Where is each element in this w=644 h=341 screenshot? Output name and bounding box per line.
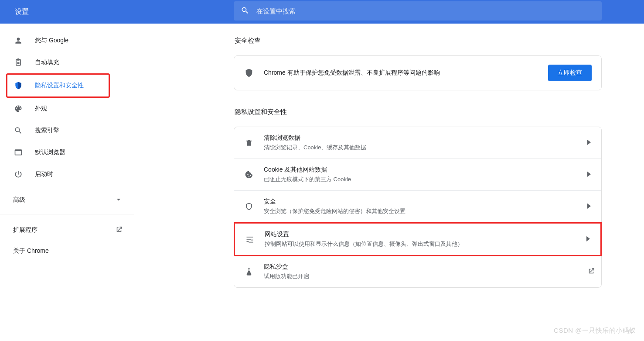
sidebar-item-startup[interactable]: 启动时	[0, 163, 134, 185]
page-title: 设置	[0, 0, 234, 24]
privacy-list: 清除浏览数据 清除浏览记录、Cookie、缓存及其他数据 Cookie 及其他网…	[234, 127, 602, 288]
sidebar-advanced[interactable]: 高级	[0, 189, 134, 210]
search-input[interactable]	[256, 7, 595, 15]
shield-icon	[244, 68, 254, 78]
sidebar-item-label: 默认浏览器	[35, 148, 65, 156]
chevron-right-icon	[586, 236, 591, 243]
chevron-down-icon	[114, 195, 123, 205]
browser-icon	[13, 147, 24, 158]
sidebar-item-label: 搜索引擎	[35, 127, 59, 134]
tune-icon	[245, 234, 255, 245]
person-icon	[13, 35, 24, 46]
divider	[0, 214, 134, 214]
search-box[interactable]	[234, 1, 602, 21]
extensions-label: 扩展程序	[13, 226, 37, 234]
row-title: Cookie 及其他网站数据	[264, 166, 587, 174]
trash-icon	[244, 138, 254, 148]
search-icon	[13, 125, 24, 136]
check-now-button[interactable]: 立即检查	[548, 65, 592, 81]
row-title: 清除浏览数据	[264, 134, 587, 142]
open-in-new-icon	[115, 226, 123, 235]
sidebar-item-appearance[interactable]: 外观	[0, 98, 134, 120]
sidebar-item-label: 您与 Google	[35, 37, 68, 45]
row-title: 安全	[264, 198, 587, 206]
sidebar-item-label: 自动填充	[35, 59, 59, 66]
safety-check-card: Chrome 有助于保护您免受数据泄露、不良扩展程序等问题的影响 立即检查	[234, 55, 602, 90]
header-bar: 设置	[0, 0, 644, 24]
sidebar: 您与 Google 自动填充 隐私设置和安全性 外观 搜索引擎 默认浏览器 启动…	[0, 24, 134, 341]
sidebar-extensions[interactable]: 扩展程序	[0, 220, 134, 241]
row-site-settings[interactable]: 网站设置 控制网站可以使用和显示什么信息（如位置信息、摄像头、弹出式窗口及其他）	[234, 222, 602, 256]
advanced-label: 高级	[13, 196, 25, 204]
chevron-right-icon	[587, 139, 592, 146]
row-subtitle: 已阻止无痕模式下的第三方 Cookie	[264, 176, 587, 183]
sidebar-item-you-and-google[interactable]: 您与 Google	[0, 30, 134, 52]
row-clear-browsing-data[interactable]: 清除浏览数据 清除浏览记录、Cookie、缓存及其他数据	[234, 127, 601, 159]
row-cookies[interactable]: Cookie 及其他网站数据 已阻止无痕模式下的第三方 Cookie	[234, 159, 601, 191]
sidebar-item-label: 启动时	[35, 170, 53, 178]
shield-outline-icon	[244, 201, 254, 212]
sidebar-item-privacy-security[interactable]: 隐私设置和安全性	[13, 75, 109, 96]
palette-icon	[13, 103, 24, 114]
section-safety-check-title: 安全检查	[234, 37, 602, 45]
row-subtitle: 清除浏览记录、Cookie、缓存及其他数据	[264, 144, 587, 152]
power-icon	[13, 169, 24, 179]
search-icon	[241, 6, 249, 16]
cookie-icon	[244, 169, 254, 180]
row-security[interactable]: 安全 安全浏览（保护您免受危险网站的侵害）和其他安全设置	[234, 191, 601, 223]
sidebar-item-search-engine[interactable]: 搜索引擎	[0, 120, 134, 141]
sidebar-about-chrome[interactable]: 关于 Chrome	[0, 241, 134, 262]
main-content: 安全检查 Chrome 有助于保护您免受数据泄露、不良扩展程序等问题的影响 立即…	[134, 24, 644, 341]
row-title: 隐私沙盒	[264, 263, 587, 271]
sidebar-item-label: 隐私设置和安全性	[35, 82, 84, 90]
flask-icon	[244, 266, 254, 277]
section-privacy-title: 隐私设置和安全性	[234, 108, 602, 116]
clipboard-icon	[13, 57, 24, 68]
about-label: 关于 Chrome	[13, 247, 49, 255]
shield-icon	[13, 80, 24, 91]
row-subtitle: 安全浏览（保护您免受危险网站的侵害）和其他安全设置	[264, 207, 587, 215]
sidebar-item-default-browser[interactable]: 默认浏览器	[0, 141, 134, 163]
row-title: 网站设置	[265, 231, 586, 238]
row-subtitle: 试用版功能已开启	[264, 272, 587, 280]
sidebar-item-autofill[interactable]: 自动填充	[0, 52, 134, 73]
chevron-right-icon	[587, 203, 592, 210]
row-privacy-sandbox[interactable]: 隐私沙盒 试用版功能已开启	[234, 256, 601, 287]
row-subtitle: 控制网站可以使用和显示什么信息（如位置信息、摄像头、弹出式窗口及其他）	[265, 240, 586, 248]
safety-check-text: Chrome 有助于保护您免受数据泄露、不良扩展程序等问题的影响	[264, 69, 548, 77]
sidebar-highlight: 隐私设置和安全性	[6, 73, 110, 98]
chevron-right-icon	[587, 171, 592, 178]
sidebar-item-label: 外观	[35, 105, 47, 113]
open-in-new-icon	[587, 267, 592, 276]
